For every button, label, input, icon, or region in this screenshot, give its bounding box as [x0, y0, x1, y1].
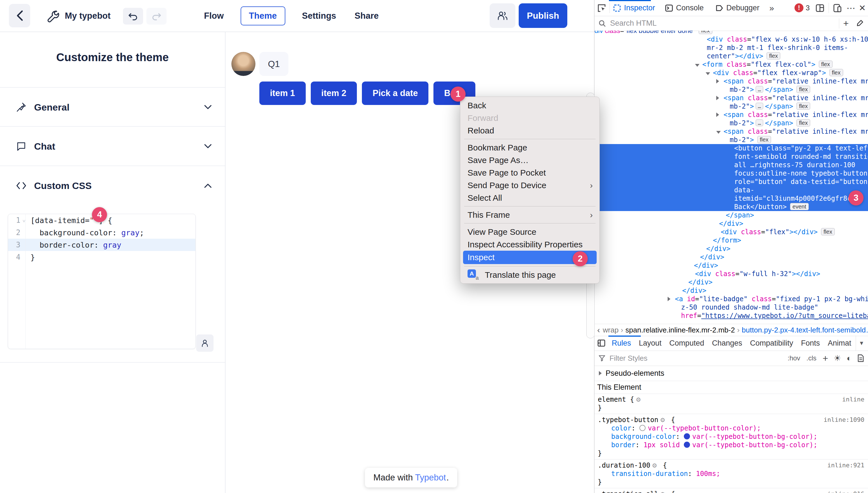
expand-arrow-icon[interactable]: [716, 77, 724, 85]
hover-pseudo-toggle[interactable]: :hov: [788, 354, 800, 362]
html-tree-line[interactable]: </form>: [594, 236, 868, 244]
made-with-badge[interactable]: Made with Typebot .: [365, 468, 457, 488]
undo-button[interactable]: [123, 8, 143, 25]
color-swatch-empty[interactable]: [640, 425, 646, 431]
panel-tab-computed[interactable]: Computed: [665, 339, 708, 347]
breadcrumb-item[interactable]: button.py-2.px-4.text-left.font-semibold…: [742, 326, 868, 335]
html-tree-line[interactable]: <span class="relative inline-flex mr-2: [594, 127, 868, 136]
rule-source-link[interactable]: inline:916: [827, 491, 864, 493]
search-html-input[interactable]: [609, 19, 839, 28]
html-tree-line[interactable]: </div>: [594, 253, 868, 261]
section-general[interactable]: General: [0, 87, 225, 127]
collapse-arrow-icon[interactable]: [706, 69, 713, 77]
gear-icon[interactable]: ⚙: [650, 462, 659, 469]
html-tree-line[interactable]: mb-2">…</span>flex: [594, 102, 868, 110]
class-toggle[interactable]: .cls: [807, 354, 816, 362]
typebot-name[interactable]: My typebot: [65, 0, 111, 31]
tab-flow[interactable]: Flow: [202, 7, 225, 25]
flex-badge[interactable]: flex: [757, 136, 771, 143]
html-tree-line[interactable]: </div>: [594, 219, 868, 228]
editor-line[interactable]: 2 background-color: gray;: [8, 227, 195, 239]
html-tree-line[interactable]: <div class="flex flex-wrap">flex: [594, 69, 868, 77]
html-tree-line[interactable]: <span class="relative inline-flex mr-2: [594, 110, 868, 119]
add-rule-icon[interactable]: +: [843, 18, 849, 29]
breadcrumb-item[interactable]: wrap: [603, 326, 619, 335]
chevron-up-icon[interactable]: [204, 183, 212, 189]
html-tree-line[interactable]: font-semibold rounded-md transition-: [594, 152, 868, 161]
devtools-tab-debugger[interactable]: Debugger: [715, 0, 760, 16]
back-button[interactable]: [9, 4, 30, 27]
chat-option-button[interactable]: Pick a date: [362, 82, 428, 105]
flex-badge[interactable]: flex: [821, 228, 835, 235]
dark-theme-icon[interactable]: ◐: [847, 354, 851, 362]
chevron-down-icon[interactable]: [204, 144, 212, 149]
gear-icon[interactable]: ⚙: [634, 396, 643, 403]
html-tree-line[interactable]: mb-2">flex: [594, 136, 868, 144]
responsive-mode-button[interactable]: [832, 0, 842, 16]
sidebar-toggle-icon[interactable]: [594, 339, 608, 347]
html-tree-line[interactable]: itemid="cl3iunm4p000f2e6gfr8cznr: [594, 194, 868, 203]
html-tree-line[interactable]: </span>: [594, 211, 868, 219]
flex-badge[interactable]: flex: [767, 52, 780, 60]
editor-line[interactable]: 3 border-color: gray: [8, 239, 195, 251]
html-tree-line[interactable]: role="button" data-testid="button": [594, 177, 868, 186]
menu-item-send-page-to-device[interactable]: Send Page to Device›: [460, 179, 600, 192]
html-tree-line[interactable]: <div class="flex w-6 xs:w-10 h-6 xs:h-10: [594, 35, 868, 44]
tab-settings[interactable]: Settings: [300, 7, 338, 25]
menu-item-back[interactable]: Back: [460, 99, 600, 112]
menu-item-bookmark-page[interactable]: Bookmark Page: [460, 141, 600, 154]
collapsed-content-chip[interactable]: …: [756, 86, 763, 93]
rule-source-link[interactable]: inline:1090: [824, 416, 864, 423]
flex-badge[interactable]: flex: [699, 31, 712, 34]
custom-css-editor[interactable]: 1˅[data-itemid=""] {2 background-color: …: [8, 214, 196, 349]
collapse-arrow-icon[interactable]: [716, 127, 724, 136]
html-tree-line[interactable]: <div class="flex"></div>flex: [594, 228, 868, 236]
html-tree-line[interactable]: <button class="py-2 px-4 text-left: [594, 144, 868, 152]
section-custom-css[interactable]: Custom CSS: [0, 166, 225, 205]
panel-tab-fonts[interactable]: Fonts: [797, 339, 824, 347]
html-tree-line[interactable]: </div>: [594, 286, 868, 295]
menu-item-save-page-to-pocket[interactable]: Save Page to Pocket: [460, 166, 600, 179]
avatar-toggle-button[interactable]: [196, 335, 214, 352]
panel-tab-changes[interactable]: Changes: [708, 339, 746, 347]
tab-theme[interactable]: Theme: [241, 6, 285, 25]
flex-badge[interactable]: flex: [829, 69, 843, 76]
expand-arrow-icon[interactable]: [668, 295, 675, 303]
html-tree-line[interactable]: </div>: [594, 278, 868, 286]
gear-icon[interactable]: ⚙: [659, 417, 667, 423]
print-media-icon[interactable]: [857, 354, 864, 362]
html-tree-line[interactable]: mr-2 mb-2 mt-1 flex-shrink-0 items-: [594, 44, 868, 52]
error-count[interactable]: 3: [806, 0, 810, 16]
html-tree-line[interactable]: </div>: [594, 261, 868, 270]
add-rule-icon[interactable]: +: [823, 353, 828, 363]
flex-badge[interactable]: flex: [796, 103, 810, 110]
html-tree-line[interactable]: <span class="relative inline-flex mr-2: [594, 94, 868, 102]
html-tree-line[interactable]: Back</button>event: [594, 203, 868, 211]
rule-source-link[interactable]: inline:921: [827, 462, 864, 469]
color-swatch-blue[interactable]: [684, 433, 690, 440]
panel-tab-rules[interactable]: Rules: [608, 339, 635, 347]
panel-tab-layout[interactable]: Layout: [635, 339, 665, 347]
html-tree-line[interactable]: focus:outline-none typebot-button ": [594, 169, 868, 177]
rule-selector-line[interactable]: element {⚙: [598, 395, 868, 404]
rule-source-link[interactable]: inline: [842, 396, 864, 403]
html-tree-line[interactable]: <div class="w-full h-32"></div>: [594, 270, 868, 278]
expand-arrow-icon[interactable]: [716, 94, 724, 102]
close-devtools-button[interactable]: ✕: [859, 0, 866, 16]
html-tree-line[interactable]: <a id="lite-badge" class="fixed py-1 px-…: [594, 295, 868, 303]
expand-arrow-icon[interactable]: [716, 110, 724, 119]
section-chat[interactable]: Chat: [0, 126, 225, 166]
more-tabs-chevron[interactable]: »: [769, 0, 774, 16]
event-badge[interactable]: event: [790, 203, 809, 210]
devtools-tab-inspector[interactable]: Inspector: [613, 0, 655, 16]
tab-share[interactable]: Share: [353, 7, 380, 25]
rule-property[interactable]: background-color: var(--typebot-button-b…: [598, 432, 868, 441]
flex-badge[interactable]: flex: [819, 61, 832, 68]
chevron-down-icon[interactable]: [204, 104, 212, 110]
rule-property[interactable]: transition-duration: 100ms;: [598, 470, 868, 478]
html-tree-line[interactable]: <form class="flex flex-col">flex: [594, 60, 868, 69]
chat-option-button[interactable]: item 1: [259, 82, 306, 105]
pseudo-elements-row[interactable]: Pseudo-elements: [594, 366, 868, 381]
menu-item-inspect-accessibility-properties[interactable]: Inspect Accessibility Properties: [460, 238, 600, 251]
html-tree-line[interactable]: mb-2">…</span>flex: [594, 85, 868, 94]
